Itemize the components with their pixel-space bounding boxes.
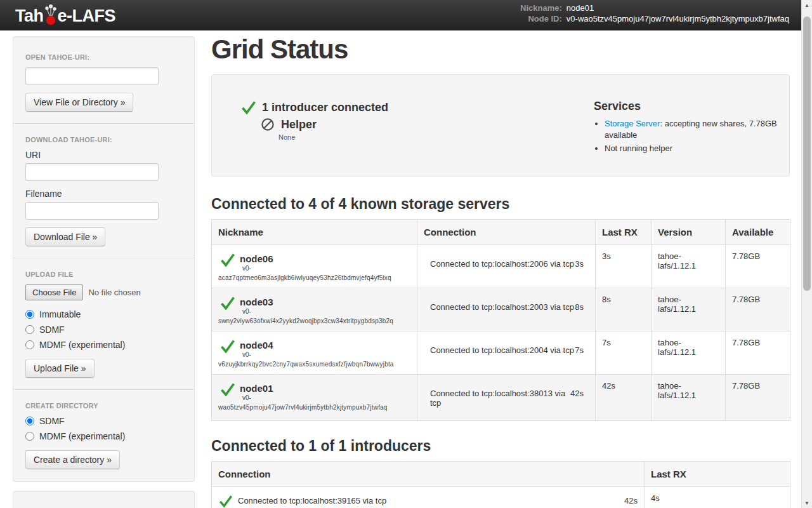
version-cell: tahoe-lafs/1.12.1 xyxy=(652,331,726,374)
open-uri-heading: OPEN TAHOE-URI: xyxy=(25,53,182,61)
nickname-cell: node06 v0- acaz7qptmeo6m3asjlgkb6iwlyuqe… xyxy=(212,244,417,288)
create-directory-button[interactable]: Create a directory » xyxy=(25,450,120,469)
col-connection: Connection xyxy=(212,461,645,486)
service-helper-item: Not running helper xyxy=(605,143,779,154)
radio-create-sdmf-input[interactable] xyxy=(25,417,34,425)
nickname-cell: node01 v0- wao5tzv45pmoju47jow7rvl4ukirj… xyxy=(212,374,417,420)
connection-cell: Connected to tcp:localhost:2003 via tcp … xyxy=(417,288,596,331)
col-version: Version xyxy=(652,219,726,244)
introducers-heading: Connected to 1 of 1 introducers xyxy=(211,438,790,455)
table-row: node06 v0- acaz7qptmeo6m3asjlgkb6iwlyuqe… xyxy=(212,244,790,288)
sidebar-divider xyxy=(13,389,194,391)
connection-cell: Connected to tcp:localhost:38013 via tcp… xyxy=(417,374,596,420)
connection-cell: Connected to tcp:localhost:2006 via tcp … xyxy=(417,244,596,288)
col-last-rx: Last RX xyxy=(645,461,790,486)
node-id-hash: swny2viyw63ofxwi4x2yykd2woqjbpx3cw34xtri… xyxy=(218,318,410,324)
col-available: Available xyxy=(726,219,790,244)
radio-upload-mdmf-input[interactable] xyxy=(25,340,34,349)
radio-upload-sdmf-input[interactable] xyxy=(25,325,34,334)
no-helper-icon xyxy=(261,117,275,131)
service-storage-item: Storage Server: accepting new shares, 7.… xyxy=(605,118,779,141)
radio-create-sdmf-label: SDMF xyxy=(39,416,65,426)
check-icon xyxy=(219,295,236,311)
storage-servers-heading: Connected to 4 of 4 known storage server… xyxy=(211,196,790,213)
create-directory-heading: CREATE DIRECTORY xyxy=(25,402,182,410)
last-rx-cell: 8s xyxy=(596,288,652,331)
radio-upload-sdmf[interactable]: SDMF xyxy=(25,324,182,335)
scrollbar-thumb[interactable] xyxy=(803,17,811,291)
nickname-value: node01 xyxy=(566,4,789,13)
node-identity: Nickname: node01 Node ID: v0-wao5tzv45pm… xyxy=(520,4,789,23)
nickname-cell: node04 v0- v6zuyjkbrrkqy2bvc2cny7qwax5sx… xyxy=(212,331,417,374)
table-header-row: Nickname Connection Last RX Version Avai… xyxy=(212,219,790,244)
introducers-table: Connection Last RX Connected to tcp:loca… xyxy=(211,461,790,508)
logo-text-pre: Tah xyxy=(15,6,44,26)
connection-text: Connected to tcp:localhost:38013 via tcp xyxy=(430,389,570,408)
last-rx-cell: 4s xyxy=(645,486,790,508)
radio-immutable[interactable]: Immutable xyxy=(25,309,182,319)
radio-create-mdmf[interactable]: MDMF (experimental) xyxy=(25,431,182,441)
connection-age: 7s xyxy=(575,345,584,355)
node-id-prefix: v0- xyxy=(242,308,410,315)
node-id-hash: v6zuyjkbrrkqy2bvc2cny7qwax5sxumedsxfzfjw… xyxy=(218,361,410,368)
view-file-button[interactable]: View File or Directory » xyxy=(25,93,133,112)
download-uri-heading: DOWNLOAD TAHOE-URI: xyxy=(25,136,182,144)
connection-text: Connected to tcp:localhost:2004 via tcp xyxy=(430,345,574,355)
check-icon xyxy=(240,99,257,116)
table-header-row: Connection Last RX xyxy=(212,461,790,486)
table-row: node04 v0- v6zuyjkbrrkqy2bvc2cny7qwax5sx… xyxy=(212,331,790,374)
check-icon xyxy=(219,381,236,398)
table-row: Connected to tcp:localhost:39165 via tcp… xyxy=(212,486,790,508)
radio-upload-mdmf[interactable]: MDMF (experimental) xyxy=(25,340,182,350)
logo-text-post: e-LAFS xyxy=(58,6,116,26)
upload-file-button[interactable]: Upload File » xyxy=(25,359,95,378)
node-id-prefix: v0- xyxy=(242,265,410,272)
connection-text: Connected to tcp:localhost:2003 via tcp xyxy=(430,302,574,312)
last-rx-cell: 42s xyxy=(596,374,652,420)
storage-server-link[interactable]: Storage Server xyxy=(605,119,660,128)
node-nickname: node04 xyxy=(240,338,273,351)
upload-file-heading: UPLOAD FILE xyxy=(25,271,182,278)
scrollbar-down-icon[interactable]: ▼ xyxy=(802,498,812,508)
connection-text: Connected to tcp:localhost:39165 via tcp xyxy=(238,496,386,505)
download-file-button[interactable]: Download File » xyxy=(25,227,105,246)
filename-input[interactable] xyxy=(25,202,159,220)
helper-label: Helper xyxy=(281,118,317,131)
choose-file-button[interactable]: Choose File xyxy=(25,284,83,300)
last-rx-cell: 7s xyxy=(596,331,652,374)
available-cell: 7.78GB xyxy=(726,331,790,374)
scrollbar-up-icon[interactable]: ▲ xyxy=(802,0,812,10)
helper-value: None xyxy=(278,133,594,141)
col-connection: Connection xyxy=(417,219,596,244)
services-heading: Services xyxy=(594,100,779,113)
check-icon xyxy=(219,338,236,354)
uri-input[interactable] xyxy=(25,163,159,181)
main-content: Grid Status 1 introducer connected Helpe… xyxy=(211,30,790,508)
connection-age: 42s xyxy=(624,496,638,505)
node-id-hash: acaz7qptmeo6m3asjlgkb6iwlyuqey53hz26tbdm… xyxy=(218,274,410,281)
app-logo[interactable]: Tah e-LAFS xyxy=(15,4,115,27)
sidebar-divider xyxy=(13,123,194,124)
create-dir-radios: SDMF MDMF (experimental) xyxy=(25,416,182,441)
table-row: node01 v0- wao5tzv45pmoju47jow7rvl4ukirj… xyxy=(212,374,790,420)
connection-age: 8s xyxy=(575,302,584,312)
last-rx-cell: 3s xyxy=(596,244,652,288)
connection-age: 42s xyxy=(570,389,584,408)
filename-field-label: Filename xyxy=(25,189,182,199)
radio-create-mdmf-input[interactable] xyxy=(25,432,34,441)
table-row: node03 v0- swny2viyw63ofxwi4x2yykd2woqjb… xyxy=(212,288,790,331)
sidebar-divider xyxy=(13,258,194,259)
node-nickname: node01 xyxy=(240,381,273,394)
open-uri-input[interactable] xyxy=(25,67,159,85)
connection-age: 3s xyxy=(575,259,584,269)
file-picker: Choose File No file chosen xyxy=(25,284,182,300)
vertical-scrollbar[interactable]: ▲ ▼ xyxy=(801,0,812,508)
radio-create-mdmf-label: MDMF (experimental) xyxy=(39,431,125,441)
services-panel: Services Storage Server: accepting new s… xyxy=(594,99,779,157)
node-id-label: Node ID: xyxy=(520,15,562,23)
node-nickname: node06 xyxy=(240,251,273,264)
available-cell: 7.78GB xyxy=(726,288,790,331)
version-cell: tahoe-lafs/1.12.1 xyxy=(652,288,726,331)
radio-immutable-input[interactable] xyxy=(25,310,34,319)
radio-create-sdmf[interactable]: SDMF xyxy=(25,416,182,426)
